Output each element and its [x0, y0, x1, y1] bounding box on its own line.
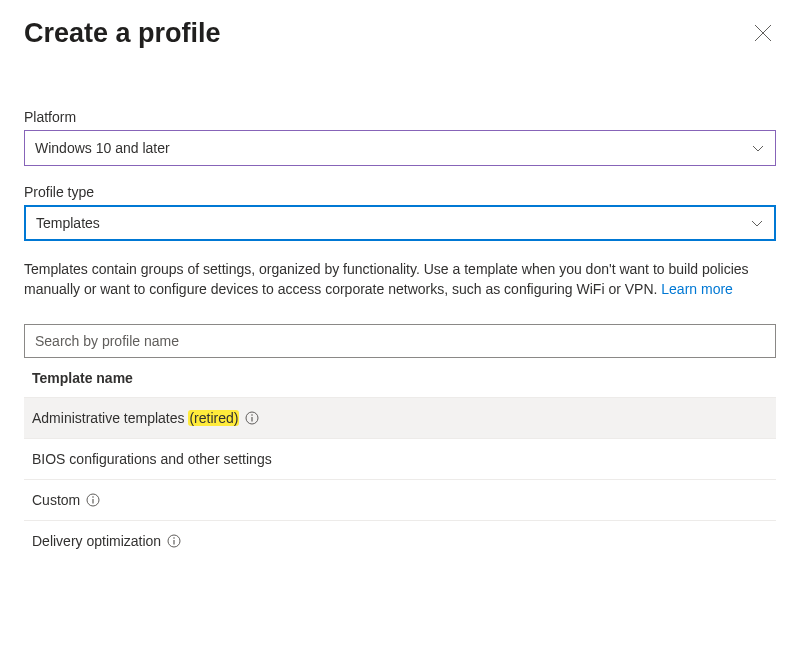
description-text: Templates contain groups of settings, or…: [24, 259, 776, 300]
platform-label: Platform: [24, 109, 776, 125]
learn-more-link[interactable]: Learn more: [661, 281, 733, 297]
table-header: Template name: [24, 358, 776, 397]
platform-value: Windows 10 and later: [35, 140, 170, 156]
profile-type-dropdown[interactable]: Templates: [24, 205, 776, 241]
template-name: Administrative templates (retired): [32, 410, 239, 426]
template-row[interactable]: BIOS configurations and other settings: [24, 438, 776, 479]
search-input[interactable]: [24, 324, 776, 358]
template-row[interactable]: Custom: [24, 479, 776, 520]
info-icon[interactable]: [167, 534, 181, 548]
info-icon[interactable]: [86, 493, 100, 507]
platform-dropdown[interactable]: Windows 10 and later: [24, 130, 776, 166]
page-title: Create a profile: [24, 18, 221, 49]
close-icon: [754, 24, 772, 42]
close-button[interactable]: [750, 20, 776, 46]
highlight-text: (retired): [188, 410, 239, 426]
profile-type-label: Profile type: [24, 184, 776, 200]
profile-type-value: Templates: [36, 215, 100, 231]
svg-point-9: [173, 537, 175, 539]
chevron-down-icon: [751, 141, 765, 155]
template-name: Custom: [32, 492, 80, 508]
template-name: BIOS configurations and other settings: [32, 451, 272, 467]
svg-point-3: [252, 414, 254, 416]
chevron-down-icon: [750, 216, 764, 230]
description-body: Templates contain groups of settings, or…: [24, 261, 749, 297]
info-icon[interactable]: [245, 411, 259, 425]
svg-point-6: [92, 496, 94, 498]
template-name: Delivery optimization: [32, 533, 161, 549]
template-row[interactable]: Delivery optimization: [24, 520, 776, 561]
template-row[interactable]: Administrative templates (retired): [24, 397, 776, 438]
